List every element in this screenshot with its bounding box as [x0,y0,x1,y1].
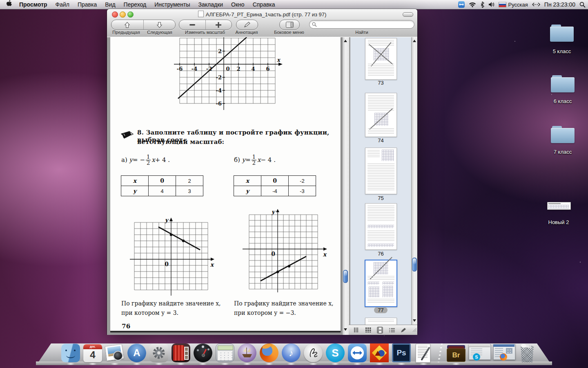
minimized-window-firefox[interactable] [493,343,514,362]
sidebar-scroll-thumb[interactable] [412,258,417,272]
solution-graph-a: y x 0 [129,217,216,298]
menu-app-name[interactable]: Просмотр [15,0,51,9]
contact-sheet-view-button[interactable] [365,327,372,334]
menu-clock[interactable]: Пн 23:23:00 [544,1,575,8]
firefox-icon[interactable] [260,343,278,362]
page-thumbnail-78-partial[interactable] [365,318,397,325]
search-icon [312,22,317,27]
bridge-folder-icon[interactable]: Br [447,343,466,362]
scroll-down-arrow[interactable] [343,327,348,332]
value-table-a: x 0 2 y 4 3 [121,175,203,196]
annotation-label: Аннотация [230,30,263,35]
input-switch-arrows-icon[interactable] [532,2,540,7]
menu-view[interactable]: Вид [101,0,119,9]
teamviewer-icon[interactable] [348,343,367,362]
next-page-button[interactable] [143,20,176,29]
teamviewer-menu-icon[interactable] [458,1,465,8]
sidebar-button[interactable] [279,20,300,30]
minimized-window-skype[interactable]: S [469,343,490,362]
annotation-button[interactable] [236,20,258,30]
menu-bookmarks[interactable]: Закладки [194,0,227,9]
calculator-icon[interactable] [216,343,234,362]
printed-graph-y-x-plus-1: -6 -4 -2 0 2 4 6 2 -2 -4 -6 x [172,37,287,115]
zoom-in-button[interactable] [205,20,232,29]
preview-window: АЛГЕБРА-7_РТ_Ерина_1часть.pdf (стр. 77 и… [107,9,417,334]
apple-menu[interactable] [0,0,15,9]
iphoto-icon[interactable] [105,343,124,362]
gear-glyph [152,346,165,359]
apple-logo-icon [6,0,12,7]
value-table-b: x 0 -2 y -4 -3 [234,175,316,196]
menu-go[interactable]: Переход [120,0,151,9]
pdf-doc-icon [198,11,204,17]
page-number: 76 [122,323,130,330]
textedit-icon[interactable] [414,343,433,362]
finder-icon[interactable] [61,343,80,362]
exercise-pencil-icon [120,130,134,141]
menu-edit[interactable]: Правка [74,0,101,9]
main-scroll-thumb[interactable] [343,270,348,283]
scroll-up-arrow[interactable] [343,38,348,44]
sidebar-scroll-up-arrow[interactable] [412,38,417,44]
sidebar-scrollbar[interactable] [411,37,417,325]
desktop-folder-6-klass[interactable] [551,75,575,92]
svg-text:-4: -4 [216,88,222,94]
menu-help[interactable]: Справка [249,0,279,9]
photo-booth-icon[interactable] [172,343,190,362]
menu-window[interactable]: Окно [227,0,249,9]
content-only-view-button[interactable] [354,327,360,334]
folder-label: 7 класс [538,149,587,155]
skype-letter: S [326,343,345,362]
window-title: АЛГЕБРА-7_РТ_Ерина_1часть.pdf (стр. 77 и… [107,11,417,18]
math-app-icon[interactable] [370,343,389,362]
search-field[interactable] [309,20,414,29]
scribe-app-icon[interactable] [304,343,323,362]
window-resize-grip[interactable] [412,327,416,333]
app-store-icon[interactable]: A [127,343,146,362]
ical-icon[interactable]: дек. 4 [83,343,102,362]
minus-icon [189,24,195,26]
toolbar-toggle-pill[interactable] [403,12,413,17]
page-thumbnail-76[interactable] [365,203,397,250]
spotlight-icon[interactable] [579,2,586,8]
skype-icon[interactable]: S [326,343,345,362]
dashboard-icon[interactable] [194,343,212,362]
svg-text:6: 6 [266,66,270,72]
trash-icon[interactable] [518,343,537,362]
russian-flag-icon [499,2,506,7]
svg-text:0: 0 [271,251,275,257]
volume-icon[interactable] [488,2,494,7]
thumbnail-label: 74 [350,137,411,144]
desktop-file-novyi-2[interactable] [547,202,571,210]
file-label: Новый 2 [534,219,583,225]
main-scrollbar[interactable] [342,37,350,335]
zoom-label: Изменить масштаб [176,30,234,35]
music-note-glyph: ♪ [282,343,301,362]
bluetooth-icon[interactable] [480,2,484,8]
desktop-folder-7-klass[interactable] [551,126,575,143]
thumbnails-view-button-active[interactable] [377,327,383,334]
page-thumbnail-77-selected[interactable] [365,260,397,307]
table-of-contents-view-button[interactable] [389,327,395,334]
menu-tools[interactable]: Инструменты [150,0,194,9]
thumbnail-label: 73 [350,80,411,86]
wifi-icon[interactable] [469,2,476,7]
itunes-icon[interactable]: ♪ [282,343,301,362]
page-thumbnail-73[interactable] [365,38,397,80]
previous-page-button[interactable] [111,20,143,29]
sidebar-panel-icon [286,22,294,28]
desktop-folder-5-klass[interactable] [550,25,574,42]
dock: дек. 4 A [61,342,537,362]
svg-text:0: 0 [165,261,169,267]
input-source-menu[interactable]: Русская [499,2,528,8]
photoshop-icon[interactable]: Ps [392,343,411,362]
system-preferences-icon[interactable] [149,343,168,362]
annotations-view-button[interactable] [401,327,407,334]
sidebar-scroll-down-arrow[interactable] [412,318,417,323]
page-thumbnail-74[interactable] [365,93,397,137]
zoom-out-button[interactable] [179,20,205,29]
ship-app-icon[interactable] [238,343,256,362]
page-thumbnail-75[interactable] [365,148,397,194]
menu-file[interactable]: Файл [51,0,74,9]
pdf-content-area: -6 -4 -2 0 2 4 6 2 -2 -4 -6 x [107,37,417,335]
